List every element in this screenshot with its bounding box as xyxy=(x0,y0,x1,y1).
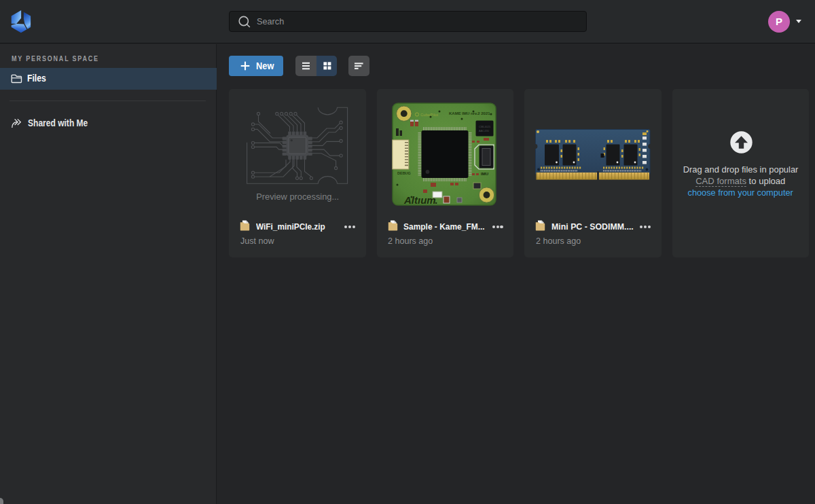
svg-text:DEBUG: DEBUG xyxy=(397,171,411,175)
svg-text:IMU: IMU xyxy=(481,172,488,176)
svg-text:KAME IMU rev.2 2021: KAME IMU rev.2 2021 xyxy=(449,111,490,115)
svg-text:AAC430: AAC430 xyxy=(479,129,490,132)
svg-text:CubePilot: CubePilot xyxy=(420,113,438,117)
svg-text:CML4021: CML4021 xyxy=(479,125,491,128)
svg-text:Altıum: Altıum xyxy=(403,194,436,206)
